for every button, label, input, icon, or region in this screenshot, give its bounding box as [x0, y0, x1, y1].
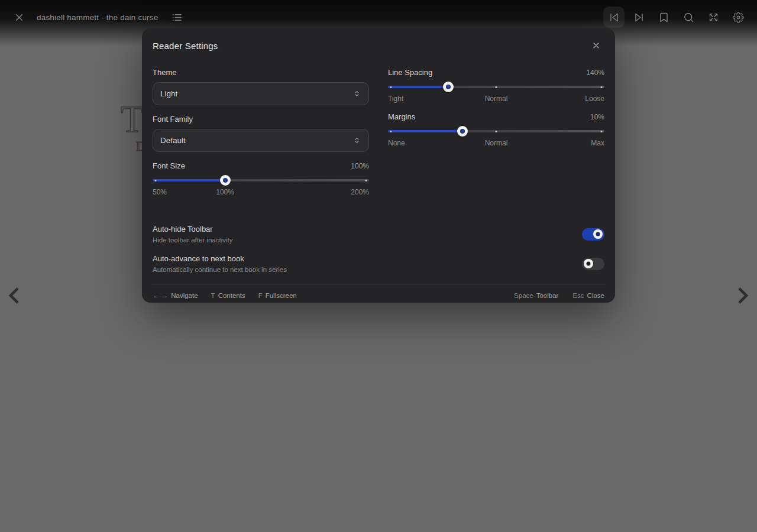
- toolbar-actions: [603, 7, 749, 28]
- font-size-slider-thumb[interactable]: [220, 175, 231, 186]
- select-chevrons-icon: [352, 136, 361, 145]
- font-family-field: Font Family Default: [153, 115, 369, 152]
- dialog-title: Reader Settings: [153, 41, 218, 51]
- fullscreen-expand-icon: [708, 12, 719, 23]
- auto-hide-toolbar-toggle[interactable]: [582, 228, 604, 241]
- settings-grid: Theme Light Font Family Default Font Siz…: [151, 54, 606, 206]
- hint-label: Close: [587, 292, 604, 299]
- slider-fill: [388, 130, 462, 132]
- chevron-right-icon: [732, 283, 753, 309]
- hint-label: Contents: [218, 292, 245, 299]
- line-spacing-value: 140%: [586, 69, 604, 77]
- font-size-slider[interactable]: [153, 175, 369, 186]
- close-reader-button[interactable]: [8, 7, 30, 28]
- hint-key: ← →: [153, 292, 168, 299]
- slider-tick: [496, 86, 497, 88]
- slider-tick: [600, 86, 602, 88]
- slider-tick: [390, 131, 392, 132]
- slider-tick: [600, 131, 602, 132]
- slider-tick: [365, 180, 367, 181]
- toggle-info: Auto-hide Toolbar Hide toolbar after ina…: [153, 225, 233, 244]
- font-family-selected-value: Default: [160, 136, 186, 145]
- scale-min-label: 50%: [153, 188, 167, 196]
- scale-mid-label: 100%: [216, 188, 234, 196]
- auto-advance-toggle[interactable]: [582, 258, 604, 270]
- contents-button[interactable]: [166, 7, 187, 28]
- toggle-knob: [584, 259, 593, 268]
- hint-key: F: [258, 292, 263, 299]
- settings-column-right: Line Spacing 140% Tight Normal Loose: [388, 68, 604, 206]
- settings-gear-icon: [733, 12, 744, 23]
- auto-hide-toolbar-description: Hide toolbar after inactivity: [153, 236, 233, 244]
- bookmark-icon: [658, 12, 669, 23]
- margins-group: Margins 10% None Normal Max: [388, 112, 604, 148]
- font-size-scale: 50% 100% 200%: [153, 188, 369, 197]
- line-spacing-slider[interactable]: [388, 82, 604, 92]
- bookmark-button[interactable]: [653, 7, 674, 28]
- auto-hide-toolbar-row: Auto-hide Toolbar Hide toolbar after ina…: [151, 225, 606, 244]
- slider-tick: [496, 131, 497, 132]
- hint-label: Fullscreen: [266, 292, 297, 299]
- next-book-button[interactable]: [628, 7, 649, 28]
- skip-previous-icon: [609, 12, 620, 23]
- auto-advance-label: Auto-advance to next book: [153, 254, 287, 263]
- scale-max-label: Max: [591, 139, 604, 147]
- contents-list-icon: [172, 12, 183, 23]
- font-size-head: Font Size 100%: [153, 161, 369, 170]
- scale-mid-label: Normal: [485, 95, 508, 103]
- book-title: dashiell hammett - the dain curse: [37, 13, 158, 22]
- auto-advance-row: Auto-advance to next book Automatically …: [151, 254, 606, 273]
- search-button[interactable]: [678, 7, 699, 28]
- slider-fill: [153, 179, 225, 181]
- hint-key: T: [211, 292, 215, 299]
- chevron-left-icon: [4, 283, 25, 309]
- next-page-button[interactable]: [730, 281, 756, 310]
- theme-selected-value: Light: [160, 89, 177, 98]
- margins-label: Margins: [388, 112, 415, 121]
- toggle-knob: [593, 229, 603, 239]
- margins-head: Margins 10%: [388, 112, 604, 121]
- slider-tick: [155, 180, 157, 181]
- shortcut-hints-right: SpaceToolbar EscClose: [514, 292, 604, 299]
- margins-slider[interactable]: [388, 126, 604, 137]
- font-size-label: Font Size: [153, 161, 185, 170]
- dialog-close-button[interactable]: [588, 37, 604, 54]
- line-spacing-slider-thumb[interactable]: [443, 82, 454, 92]
- margins-value: 10%: [590, 113, 604, 121]
- slider-fill: [388, 86, 448, 88]
- hint-key: Esc: [572, 292, 584, 299]
- hint-label: Navigate: [171, 292, 198, 299]
- margins-slider-thumb[interactable]: [457, 126, 468, 137]
- settings-button[interactable]: [727, 7, 749, 28]
- auto-advance-description: Automatically continue to next book in s…: [153, 266, 287, 273]
- scale-min-label: None: [388, 139, 405, 147]
- select-chevrons-icon: [352, 89, 361, 98]
- font-size-value: 100%: [351, 162, 369, 170]
- shortcuts-footer: ← →Navigate TContents FFullscreen SpaceT…: [151, 284, 606, 299]
- font-family-select[interactable]: Default: [153, 129, 369, 152]
- line-spacing-head: Line Spacing 140%: [388, 68, 604, 77]
- scale-max-label: 200%: [351, 188, 369, 196]
- margins-scale: None Normal Max: [388, 139, 604, 148]
- previous-page-button[interactable]: [1, 281, 27, 310]
- font-size-group: Font Size 100% 50% 100% 200%: [153, 161, 369, 197]
- line-spacing-group: Line Spacing 140% Tight Normal Loose: [388, 68, 604, 104]
- reader-settings-dialog: Reader Settings Theme Light Font Family …: [142, 28, 615, 303]
- previous-book-button[interactable]: [603, 7, 625, 28]
- slider-tick: [390, 86, 392, 88]
- scale-max-label: Loose: [585, 95, 604, 103]
- scale-min-label: Tight: [388, 95, 403, 103]
- close-icon: [591, 41, 601, 50]
- book-page-heading-letter: T: [121, 100, 144, 138]
- shortcut-hints-left: ← →Navigate TContents FFullscreen: [153, 292, 297, 299]
- close-icon: [14, 12, 25, 23]
- hint-contents: TContents: [211, 292, 245, 299]
- hint-fullscreen: FFullscreen: [258, 292, 297, 299]
- hint-navigate: ← →Navigate: [153, 292, 198, 299]
- line-spacing-label: Line Spacing: [388, 68, 432, 77]
- line-spacing-scale: Tight Normal Loose: [388, 95, 604, 104]
- theme-select[interactable]: Light: [153, 82, 369, 105]
- fullscreen-button[interactable]: [703, 7, 724, 28]
- hint-close: EscClose: [572, 292, 604, 299]
- toggle-info: Auto-advance to next book Automatically …: [153, 254, 287, 273]
